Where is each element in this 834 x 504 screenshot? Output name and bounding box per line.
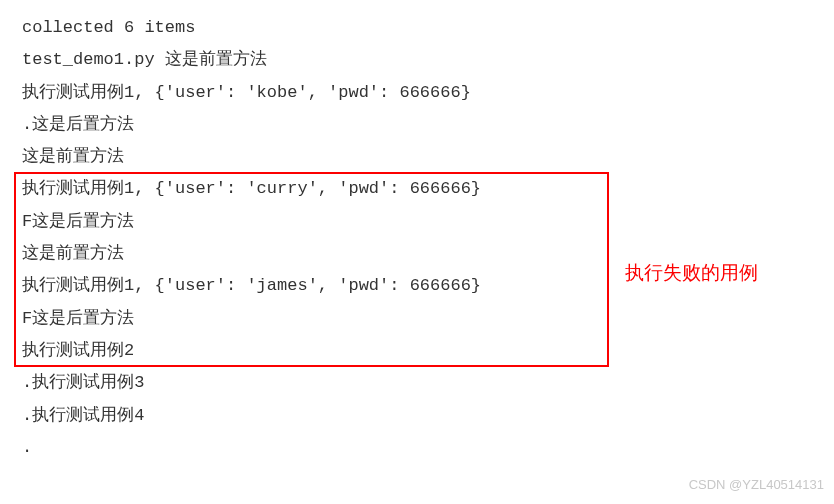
annotation-label: 执行失败的用例 bbox=[625, 255, 758, 291]
output-line: .执行测试用例3 bbox=[22, 367, 812, 399]
output-line: F这是后置方法 bbox=[22, 303, 812, 335]
output-line: 执行测试用例1, {'user': 'kobe', 'pwd': 666666} bbox=[22, 77, 812, 109]
output-line: .这是后置方法 bbox=[22, 109, 812, 141]
output-line: .执行测试用例4 bbox=[22, 400, 812, 432]
output-line: F这是后置方法 bbox=[22, 206, 812, 238]
output-line: . bbox=[22, 432, 812, 464]
output-line: 这是前置方法 bbox=[22, 141, 812, 173]
output-line: 执行测试用例1, {'user': 'curry', 'pwd': 666666… bbox=[22, 173, 812, 205]
output-line: test_demo1.py 这是前置方法 bbox=[22, 44, 812, 76]
output-line: collected 6 items bbox=[22, 12, 812, 44]
watermark: CSDN @YZL40514131 bbox=[689, 473, 824, 498]
output-line: 执行测试用例2 bbox=[22, 335, 812, 367]
